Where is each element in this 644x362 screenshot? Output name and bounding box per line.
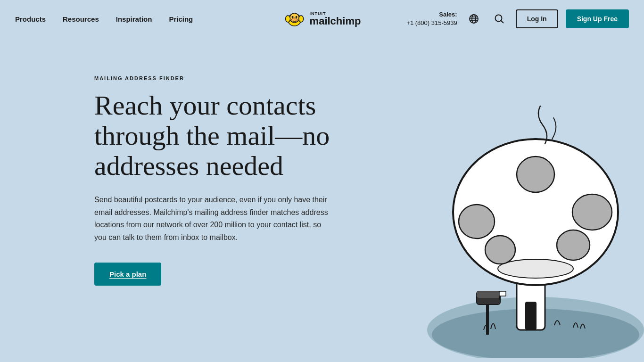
nav-item-products[interactable]: Products xyxy=(15,15,46,23)
svg-point-25 xyxy=(498,259,573,278)
svg-point-3 xyxy=(299,16,304,22)
nav-item-resources[interactable]: Resources xyxy=(63,15,99,23)
svg-line-13 xyxy=(501,21,504,24)
sales-label: Sales: xyxy=(406,10,457,19)
svg-point-30 xyxy=(557,230,590,260)
nav-left: Products Resources Inspiration Pricing xyxy=(15,15,193,23)
svg-rect-21 xyxy=(477,291,500,298)
logo[interactable]: INTUIT mailchimp xyxy=(283,8,361,30)
svg-point-26 xyxy=(517,156,554,192)
hero-eyebrow: MAILING ADDRESS FINDER xyxy=(94,75,330,81)
nav-item-inspiration[interactable]: Inspiration xyxy=(116,15,152,23)
nav-right: Sales: +1 (800) 315-5939 Log In Sign Up … xyxy=(406,9,629,28)
language-selector-button[interactable] xyxy=(465,10,483,28)
mailchimp-monkey-icon xyxy=(283,8,306,30)
svg-rect-23 xyxy=(499,291,506,296)
hero-content: MAILING ADDRESS FINDER Reach your contac… xyxy=(94,66,330,286)
svg-point-29 xyxy=(485,236,515,264)
svg-point-2 xyxy=(286,16,290,22)
logo-text-block: INTUIT mailchimp xyxy=(310,12,361,26)
pick-a-plan-button[interactable]: Pick a plan xyxy=(94,263,161,286)
login-button[interactable]: Log In xyxy=(516,9,558,28)
sales-info: Sales: +1 (800) 315-5939 xyxy=(406,10,457,27)
sales-phone: +1 (800) 315-5939 xyxy=(406,19,457,27)
logo-mailchimp-label: mailchimp xyxy=(310,16,361,26)
signup-button[interactable]: Sign Up Free xyxy=(566,9,629,28)
mushroom-illustration xyxy=(389,52,644,358)
globe-icon xyxy=(469,14,479,24)
svg-rect-17 xyxy=(525,302,537,330)
search-icon xyxy=(494,14,504,24)
search-button[interactable] xyxy=(490,10,508,28)
svg-point-5 xyxy=(296,16,297,18)
navbar: Products Resources Inspiration Pricing I… xyxy=(0,0,644,38)
hero-section: MAILING ADDRESS FINDER Reach your contac… xyxy=(0,38,644,362)
svg-point-27 xyxy=(459,205,495,239)
svg-point-28 xyxy=(572,194,612,230)
hero-title: Reach your contacts through the mail—no … xyxy=(94,90,330,181)
nav-item-pricing[interactable]: Pricing xyxy=(169,15,193,23)
hero-body: Send beautiful postcards to your audienc… xyxy=(94,194,330,244)
svg-point-4 xyxy=(292,16,294,18)
svg-point-12 xyxy=(495,15,502,22)
